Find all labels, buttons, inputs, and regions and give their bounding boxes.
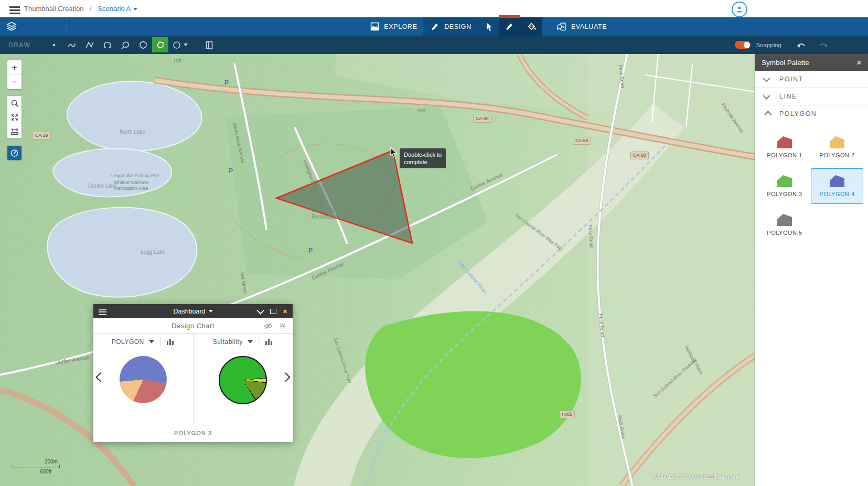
user-avatar[interactable] xyxy=(732,2,747,17)
swatch-polygon-4-selected[interactable]: POLYGON 4 xyxy=(811,168,863,204)
chart-panel-right: Suitability xyxy=(193,334,293,424)
chart-right-header: Suitability xyxy=(194,334,293,350)
tab-design-label: DESIGN xyxy=(444,23,471,30)
snapping-toggle[interactable] xyxy=(735,41,751,49)
main-navbar: EXPLORE DESIGN xyxy=(0,17,868,36)
measure-button[interactable] xyxy=(7,124,22,138)
undo-redo-group xyxy=(796,36,829,54)
dashboard-page-label: POLYGON 3 xyxy=(93,424,293,442)
layers-icon xyxy=(6,21,17,31)
draw-freehand-area-tool[interactable] xyxy=(99,37,116,53)
close-icon[interactable]: × xyxy=(283,307,287,315)
draw-tool-button[interactable] xyxy=(499,17,520,36)
tab-explore-label: EXPLORE xyxy=(384,23,417,30)
map-notes-tool[interactable] xyxy=(200,37,218,53)
undo-icon[interactable] xyxy=(796,41,807,49)
draw-lasso-tool[interactable] xyxy=(116,37,134,53)
pie-chart-suitability[interactable] xyxy=(219,356,267,404)
breadcrumb-scenario[interactable]: Scenario A xyxy=(98,5,131,13)
person-icon xyxy=(735,5,744,14)
paint-bucket-icon xyxy=(527,22,537,31)
search-icon xyxy=(10,99,19,107)
toggle-knob xyxy=(744,42,750,48)
palette-section-line-label: LINE xyxy=(779,93,797,100)
draw-circle-tool[interactable] xyxy=(168,37,191,53)
draw-polyline-tool[interactable] xyxy=(81,37,99,53)
draw-curve-tool[interactable] xyxy=(63,37,81,53)
symbol-palette-header: Symbol Palette × xyxy=(755,54,868,71)
close-icon[interactable]: × xyxy=(856,58,862,67)
mouse-cursor xyxy=(390,147,398,158)
polygon-swatch-icon xyxy=(830,136,844,148)
app-window: Thumbnail Creation / Scenario A xyxy=(0,0,868,486)
dashboard-menu-icon[interactable] xyxy=(99,308,106,316)
dashboard-title-caret-icon[interactable] xyxy=(209,310,213,312)
breadcrumb-root[interactable]: Thumbnail Creation xyxy=(24,5,83,13)
swatch-polygon-5[interactable]: POLYGON 5 xyxy=(758,207,811,243)
palette-section-line[interactable]: LINE xyxy=(755,88,868,105)
gauge-icon xyxy=(10,148,19,157)
swatch-polygon-1[interactable]: POLYGON 1 xyxy=(758,129,811,165)
bar-chart-icon[interactable] xyxy=(265,338,273,345)
circle-tool-dropdown-caret-icon[interactable] xyxy=(184,44,188,46)
scenario-dropdown-caret-icon[interactable] xyxy=(133,8,137,10)
polygon-swatch-grid: POLYGON 1 POLYGON 2 POLYGON 3 POLYGON 4 … xyxy=(755,122,868,246)
dashboard-title[interactable]: Dashboard xyxy=(173,308,205,315)
swatch-label: POLYGON 2 xyxy=(819,152,854,158)
pie-chart-polygon[interactable] xyxy=(120,356,167,403)
gear-icon[interactable] xyxy=(278,322,286,330)
full-extent-button[interactable] xyxy=(7,110,22,124)
palette-section-polygon-label: POLYGON xyxy=(779,110,817,117)
dashboard-titlebar[interactable]: Dashboard × xyxy=(93,304,293,318)
draw-polygon-tool-active[interactable] xyxy=(152,37,168,52)
dashboard-window-controls: × xyxy=(259,304,287,318)
symbol-palette-title: Symbol Palette xyxy=(762,59,809,67)
swatch-polygon-3[interactable]: POLYGON 3 xyxy=(758,168,811,204)
swatch-polygon-2[interactable]: POLYGON 2 xyxy=(811,129,863,165)
draw-point-tool[interactable] xyxy=(45,37,63,53)
snapping-control: Snapping xyxy=(735,36,781,54)
chart-left-dropdown-caret-icon[interactable] xyxy=(149,340,154,343)
visibility-icon[interactable] xyxy=(264,322,273,330)
zoom-out-button[interactable]: − xyxy=(7,75,22,89)
nav-tabs: EXPLORE DESIGN xyxy=(365,17,621,36)
maximize-icon[interactable] xyxy=(270,309,276,314)
tab-explore[interactable]: EXPLORE xyxy=(365,17,423,36)
active-tool-indicator xyxy=(499,15,520,18)
app-menu-icon[interactable] xyxy=(9,5,20,16)
tab-evaluate-label: EVALUATE xyxy=(571,23,607,30)
layers-button[interactable] xyxy=(0,17,23,36)
evaluate-icon xyxy=(556,22,566,31)
chart-left-header: POLYGON xyxy=(93,334,193,350)
expand-icon xyxy=(10,113,19,122)
tab-design[interactable]: DESIGN xyxy=(423,17,479,36)
zoom-control: + − xyxy=(7,60,22,89)
zoom-in-button[interactable]: + xyxy=(7,60,22,75)
swatch-label: POLYGON 5 xyxy=(767,230,802,236)
map-tools-control xyxy=(7,96,22,138)
draw-hexagon-tool[interactable] xyxy=(134,37,152,53)
chart-right-select-value[interactable]: Suitability xyxy=(213,338,243,345)
chevron-up-icon xyxy=(764,111,771,118)
symbol-palette-panel: Symbol Palette × POINT LINE POLYGON POLY… xyxy=(755,54,868,486)
chart-right-dropdown-caret-icon[interactable] xyxy=(248,340,253,343)
chart-left-select-value[interactable]: POLYGON xyxy=(112,338,144,345)
chart-header-divider xyxy=(160,337,160,347)
freehand-area-icon xyxy=(102,40,113,50)
collapse-icon[interactable] xyxy=(257,307,264,314)
dashboard-subheader: Design Chart xyxy=(93,318,293,334)
curve-icon xyxy=(67,40,77,50)
snapping-label: Snapping xyxy=(756,42,781,48)
select-tool-button[interactable] xyxy=(479,17,499,36)
tab-evaluate[interactable]: EVALUATE xyxy=(542,17,621,36)
palette-section-point[interactable]: POINT xyxy=(755,71,868,88)
swatch-label: POLYGON 4 xyxy=(819,191,854,197)
bar-chart-icon[interactable] xyxy=(166,338,175,345)
lasso-icon xyxy=(120,40,131,50)
search-button[interactable] xyxy=(7,96,22,110)
polygon-swatch-icon xyxy=(777,175,792,187)
redo-icon[interactable] xyxy=(818,41,829,49)
palette-section-polygon[interactable]: POLYGON xyxy=(755,105,868,122)
fill-tool-button[interactable] xyxy=(520,17,542,36)
dashboard-toggle-button[interactable] xyxy=(7,146,22,160)
